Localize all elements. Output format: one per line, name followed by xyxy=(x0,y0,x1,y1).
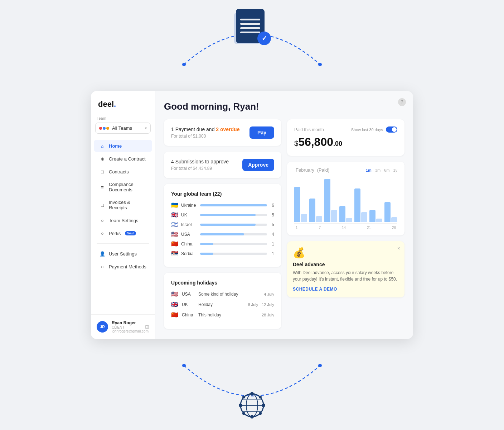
sidebar-item-label: Invoices & Receipts xyxy=(109,200,146,210)
approve-button[interactable]: Approve xyxy=(242,159,274,171)
country-name: USA xyxy=(181,232,197,237)
country-bar-fill xyxy=(200,224,256,226)
sidebar-action-icon[interactable]: ⊞ xyxy=(145,324,149,330)
bar-primary xyxy=(309,199,315,222)
right-column: Paid this month Show last 30 days $56,80… xyxy=(287,119,404,329)
deco-top-arc xyxy=(163,0,341,72)
team-selector-label: All Teams xyxy=(112,125,132,131)
deco-bottom-arc xyxy=(163,358,341,430)
svg-point-10 xyxy=(250,415,254,419)
country-row: 🇺🇸 USA 4 xyxy=(171,231,274,238)
sidebar-item-label: Payment Methods xyxy=(109,264,146,269)
sidebar-item-team-settings[interactable]: ○ Team Settings xyxy=(94,214,152,226)
main-content: ? Good morning, Ryan! 1 Payment due and … xyxy=(155,91,413,339)
bar-primary xyxy=(384,202,391,222)
sidebar-item-label: User Settings xyxy=(109,251,137,257)
bar-primary xyxy=(324,179,330,222)
toggle-switch[interactable] xyxy=(386,126,397,133)
country-count: 4 xyxy=(270,232,274,237)
user-name: Ryan Roger xyxy=(112,320,141,325)
svg-point-4 xyxy=(241,394,263,417)
sidebar-item-compliance[interactable]: ≡ Compliance Documents xyxy=(94,178,152,196)
holiday-country: UK xyxy=(182,302,195,307)
country-bar-fill xyxy=(200,204,267,206)
sidebar-item-contracts[interactable]: □ Contracts xyxy=(94,166,152,178)
submissions-info: 4 Submissions to approve For total of $4… xyxy=(171,159,229,171)
holiday-country: USA xyxy=(182,292,195,297)
sidebar-item-invoices[interactable]: □ Invoices & Receipts xyxy=(94,196,152,214)
team-selector[interactable]: All Teams ▾ xyxy=(95,123,151,134)
country-name: Serbia xyxy=(181,251,197,256)
holiday-flag-icon: 🇬🇧 xyxy=(171,301,178,308)
country-name: Ukraine xyxy=(181,203,197,208)
bar-group xyxy=(339,206,352,222)
sidebar-item-create-contract[interactable]: ⊕ Create a Contract xyxy=(94,153,152,165)
flag-icon: 🇺🇸 xyxy=(171,231,178,238)
user-icon: 👤 xyxy=(100,251,105,257)
period-6m[interactable]: 6m xyxy=(384,168,389,172)
country-bar-fill xyxy=(200,233,244,235)
country-bar-track xyxy=(200,253,267,255)
chart-bars xyxy=(294,177,397,224)
payment-title: 1 Payment due and 2 overdue xyxy=(171,126,239,132)
holiday-name: Some kind of holiday xyxy=(198,292,260,297)
left-column: 1 Payment due and 2 overdue For total of… xyxy=(164,119,281,329)
country-bar-track xyxy=(200,233,267,235)
user-profile-section: JR Ryan Roger CLIENT johnrogers@gmail.co… xyxy=(91,314,155,339)
page-greeting: Good morning, Ryan! xyxy=(164,101,404,112)
period-1y[interactable]: 1y xyxy=(393,168,397,172)
bar-primary xyxy=(354,188,360,222)
payment-info: 1 Payment due and 2 overdue For total of… xyxy=(171,126,239,139)
chart-card: February (Paid) 1m 3m 6m 1y xyxy=(287,162,404,235)
country-bar-track xyxy=(200,243,267,245)
paid-amount: $56,800.00 xyxy=(294,135,397,149)
svg-point-5 xyxy=(246,394,258,417)
paid-label: Paid this month xyxy=(294,127,324,132)
bar-primary xyxy=(369,210,375,222)
overdue-label: 2 overdue xyxy=(216,126,239,132)
country-bar-fill xyxy=(200,243,213,245)
period-1m[interactable]: 1m xyxy=(366,168,372,172)
svg-point-3 xyxy=(318,364,322,367)
svg-point-16 xyxy=(259,412,262,415)
perks-icon: ○ xyxy=(100,230,105,236)
sidebar-item-perks[interactable]: ○ Perks New! xyxy=(94,227,152,239)
bar-secondary xyxy=(331,210,337,222)
sidebar-item-label: Create a Contract xyxy=(109,156,146,162)
app-window: deel. Team All Teams ▾ ⌂ Home ⊕ Create a… xyxy=(91,91,413,339)
show-last-toggle: Show last 30 days xyxy=(351,126,397,133)
country-bar-track xyxy=(200,214,267,216)
pay-button[interactable]: Pay xyxy=(249,126,274,139)
holiday-date: 4 July xyxy=(264,292,274,296)
svg-point-15 xyxy=(242,412,245,415)
sidebar-item-user-settings[interactable]: 👤 User Settings xyxy=(94,248,152,260)
chart-title: February (Paid) xyxy=(294,167,329,173)
global-team-title: Your global team (22) xyxy=(171,191,274,197)
svg-point-11 xyxy=(239,403,242,407)
bar-group xyxy=(294,187,307,222)
sidebar-item-home[interactable]: ⌂ Home xyxy=(94,140,152,152)
holiday-row: 🇨🇳 China This holiday 28 July xyxy=(171,311,274,318)
payment-icon: ○ xyxy=(100,264,105,269)
sidebar-item-label: Home xyxy=(109,143,122,149)
holiday-list: 🇺🇸 USA Some kind of holiday 4 July 🇬🇧 UK… xyxy=(171,291,274,318)
sidebar-item-label: Perks xyxy=(109,231,121,236)
country-count: 6 xyxy=(270,203,274,208)
advance-cta[interactable]: SCHEDULE A DEMO xyxy=(293,287,399,292)
paid-header: Paid this month Show last 30 days xyxy=(294,126,397,133)
country-count: 5 xyxy=(270,222,274,227)
help-button[interactable]: ? xyxy=(398,98,406,106)
home-icon: ⌂ xyxy=(100,143,105,149)
sidebar-item-payment-methods[interactable]: ○ Payment Methods xyxy=(94,261,152,273)
country-count: 1 xyxy=(270,251,274,256)
svg-point-14 xyxy=(259,396,262,398)
country-row: 🇬🇧 UK 5 xyxy=(171,211,274,218)
advance-title: Deel advance xyxy=(293,262,399,267)
sidebar-divider xyxy=(97,243,149,244)
submissions-card: 4 Submissions to approve For total of $4… xyxy=(164,152,281,178)
period-3m[interactable]: 3m xyxy=(375,168,381,172)
deco-doc-icon: ✓ xyxy=(232,7,272,47)
advance-close-button[interactable]: × xyxy=(397,245,400,251)
compliance-icon: ≡ xyxy=(100,184,105,190)
holiday-date: 28 July xyxy=(262,313,274,317)
